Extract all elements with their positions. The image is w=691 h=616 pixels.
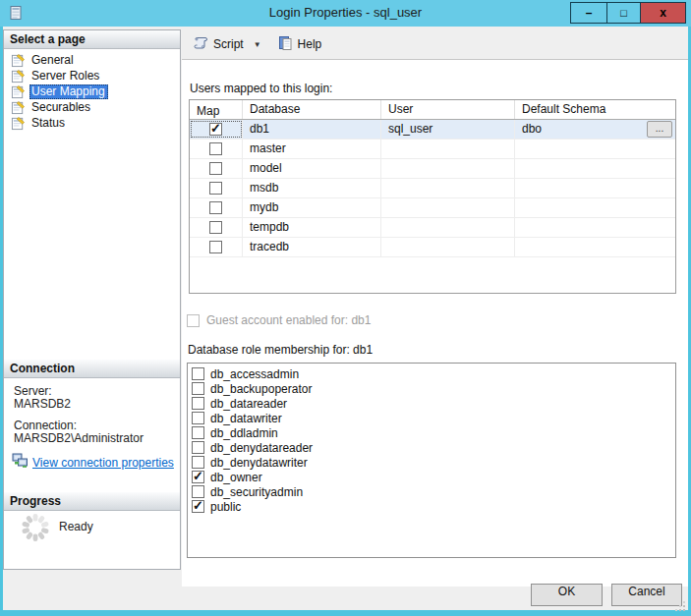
guest-account-checkbox [187, 314, 200, 327]
users-table-row[interactable]: model [190, 159, 675, 179]
role-item-db_securityadmin[interactable]: db_securityadmin [191, 484, 675, 499]
role-item-public[interactable]: public [191, 499, 675, 514]
sidebar-item-label: Status [29, 116, 68, 131]
role-item-db_accessadmin[interactable]: db_accessadmin [191, 366, 675, 381]
database-cell: tempdb [243, 218, 381, 237]
login-properties-window: Login Properties - sql_user – □ x Select… [0, 0, 691, 616]
role-checkbox[interactable] [192, 382, 204, 395]
column-header-database[interactable]: Database [243, 100, 381, 119]
database-cell: msdb [243, 179, 381, 197]
cancel-button[interactable]: Cancel [611, 584, 682, 606]
role-label: db_denydatareader [210, 441, 313, 455]
sidebar-item-status[interactable]: Status [4, 115, 180, 131]
role-item-db_backupoperator[interactable]: db_backupoperator [191, 381, 675, 396]
view-connection-properties-row: View connection properties [12, 453, 174, 472]
database-cell: mydb [243, 198, 381, 217]
role-item-db_ddladmin[interactable]: db_ddladmin [191, 425, 675, 440]
view-connection-properties-link[interactable]: View connection properties [32, 456, 174, 470]
map-checkbox[interactable] [209, 201, 222, 214]
default-schema-cell [515, 140, 676, 158]
map-checkbox[interactable] [209, 221, 222, 234]
page-icon [11, 116, 26, 131]
script-icon [193, 35, 208, 54]
map-checkbox[interactable] [209, 162, 222, 175]
users-table-row[interactable]: master [190, 140, 675, 159]
default-schema-cell [515, 198, 676, 217]
users-mapped-label: Users mapped to this login: [190, 82, 332, 95]
role-membership-list: db_accessadmindb_backupoperatordb_datare… [187, 363, 676, 558]
role-checkbox[interactable] [192, 397, 204, 410]
resize-grip[interactable] [675, 598, 686, 609]
dialog-body: Select a page GeneralServer RolesUser Ma… [3, 27, 688, 610]
map-checkbox[interactable] [209, 123, 222, 136]
role-checkbox[interactable] [192, 500, 204, 513]
map-checkbox[interactable] [209, 142, 222, 155]
maximize-button[interactable]: □ [607, 2, 641, 24]
users-table-row[interactable]: db1sql_userdbo... [190, 120, 675, 140]
help-icon [277, 35, 293, 54]
minimize-button[interactable]: – [570, 2, 607, 24]
sidebar-item-user-mapping[interactable]: User Mapping [4, 84, 180, 99]
connection-value: MARSDB2\Administrator [14, 431, 144, 445]
role-checkbox[interactable] [192, 441, 204, 454]
role-label: db_backupoperator [210, 382, 312, 396]
script-dropdown-arrow[interactable]: ▼ [248, 37, 267, 52]
role-item-db_denydatareader[interactable]: db_denydatareader [191, 440, 675, 455]
connection-properties-icon [12, 453, 29, 472]
user-cell [381, 140, 515, 158]
main-content: Users mapped to this login: Map Database… [182, 60, 688, 587]
progress-header: Progress [4, 492, 180, 511]
default-schema-cell [515, 179, 676, 197]
role-label: db_owner [210, 471, 262, 484]
role-item-db_denydatawriter[interactable]: db_denydatawriter [191, 455, 675, 470]
close-button[interactable]: x [641, 2, 686, 24]
column-header-default-schema[interactable]: Default Schema [515, 100, 676, 119]
help-button[interactable]: Help [273, 32, 326, 57]
users-mapped-table: Map Database User Default Schema db1sql_… [189, 99, 676, 294]
user-cell [381, 159, 515, 178]
users-table-row[interactable]: tempdb [190, 218, 675, 238]
window-controls: – □ x [570, 2, 686, 24]
column-header-map[interactable]: Map [190, 100, 243, 119]
sidebar-item-label: Securables [29, 100, 93, 115]
script-button[interactable]: Script [189, 32, 248, 57]
map-checkbox[interactable] [209, 241, 222, 253]
browse-schema-button[interactable]: ... [647, 121, 672, 138]
default-schema-cell [515, 159, 676, 178]
role-checkbox[interactable] [192, 471, 204, 483]
role-checkbox[interactable] [192, 456, 204, 469]
sidebar-item-server-roles[interactable]: Server Roles [4, 68, 180, 84]
user-cell: sql_user [381, 120, 515, 139]
users-table-row[interactable]: mydb [190, 198, 675, 218]
users-table-header: Map Database User Default Schema [190, 100, 675, 120]
map-checkbox[interactable] [209, 182, 222, 195]
sidebar-item-label: General [29, 53, 77, 68]
role-checkbox[interactable] [192, 426, 204, 439]
map-cell [190, 198, 243, 217]
sidebar-item-label: Server Roles [29, 69, 102, 84]
map-cell [190, 218, 243, 237]
role-item-db_owner[interactable]: db_owner [191, 470, 675, 484]
users-table-row[interactable]: tracedb [190, 238, 675, 257]
role-label: db_denydatawriter [210, 456, 308, 470]
users-table-row[interactable]: msdb [190, 179, 675, 198]
ok-button[interactable]: OK [531, 584, 603, 606]
default-schema-cell [515, 218, 676, 237]
connection-header: Connection [4, 360, 180, 378]
progress-spinner-icon [20, 512, 51, 543]
server-label: Server: [14, 384, 52, 398]
sidebar-item-securables[interactable]: Securables [4, 99, 180, 115]
page-icon [11, 53, 26, 68]
role-label: db_securityadmin [210, 485, 303, 499]
role-item-db_datareader[interactable]: db_datareader [191, 396, 675, 411]
help-button-label: Help [298, 37, 322, 51]
role-checkbox[interactable] [192, 412, 204, 424]
role-item-db_datawriter[interactable]: db_datawriter [191, 411, 675, 425]
role-checkbox[interactable] [192, 485, 204, 498]
user-cell [381, 198, 515, 217]
role-label: public [210, 500, 241, 514]
role-checkbox[interactable] [192, 367, 204, 380]
map-cell [190, 159, 243, 178]
column-header-user[interactable]: User [381, 100, 515, 119]
sidebar-item-general[interactable]: General [4, 52, 180, 68]
